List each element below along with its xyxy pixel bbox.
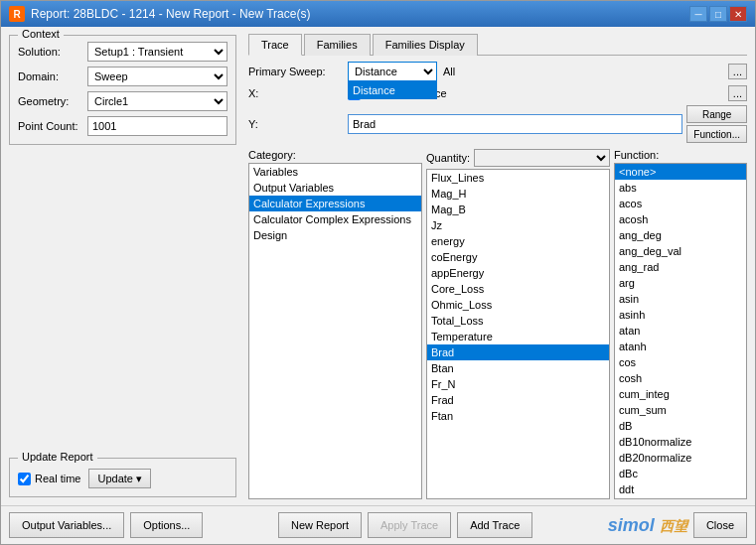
x-dots-button[interactable]: ... bbox=[728, 85, 747, 101]
close-window-button[interactable]: ✕ bbox=[729, 6, 747, 22]
list-item[interactable]: dB10normalize bbox=[615, 434, 746, 450]
dropdown-item-distance[interactable]: Distance bbox=[349, 82, 436, 98]
list-item[interactable]: asin bbox=[615, 291, 746, 307]
function-button[interactable]: Function... bbox=[686, 125, 747, 143]
update-button[interactable]: Update ▾ bbox=[88, 469, 150, 488]
list-item[interactable]: ang_deg bbox=[615, 227, 746, 243]
new-report-button[interactable]: New Report bbox=[278, 512, 362, 538]
list-item[interactable]: ang_deg_val bbox=[615, 243, 746, 259]
domain-select[interactable]: Sweep bbox=[87, 67, 227, 86]
category-list[interactable]: Variables Output Variables Calculator Ex… bbox=[248, 163, 422, 499]
real-time-label[interactable]: Real time bbox=[18, 473, 80, 485]
list-item[interactable]: Ftan bbox=[427, 408, 609, 424]
list-item[interactable]: atan bbox=[615, 323, 746, 339]
list-item[interactable]: arg bbox=[615, 275, 746, 291]
primary-sweep-all-value: All bbox=[443, 66, 724, 77]
quantity-list[interactable]: Flux_Lines Mag_H Mag_B Jz energy coEnerg… bbox=[426, 169, 610, 499]
list-item[interactable]: Ohmic_Loss bbox=[427, 297, 609, 313]
list-item[interactable]: coEnergy bbox=[427, 249, 609, 265]
lists-row: Category: Variables Output Variables Cal… bbox=[248, 149, 747, 499]
category-column: Category: Variables Output Variables Cal… bbox=[248, 149, 422, 499]
list-item[interactable]: Jz bbox=[427, 217, 609, 233]
title-bar: R Report: 28BLDC - 1214 - New Report - N… bbox=[1, 1, 755, 27]
primary-sweep-dots-button[interactable]: ... bbox=[728, 64, 747, 79]
solution-label: Solution: bbox=[18, 46, 87, 58]
list-item[interactable]: Mag_B bbox=[427, 202, 609, 217]
function-column: Function: <none> abs acos acosh ang_deg … bbox=[614, 149, 747, 499]
left-panel: Context Solution: Setup1 : Transient Dom… bbox=[1, 27, 244, 505]
point-count-row: Point Count: bbox=[18, 116, 227, 136]
primary-sweep-label: Primary Sweep: bbox=[248, 66, 348, 77]
list-item[interactable]: Calculator Complex Expressions bbox=[249, 211, 421, 227]
list-item[interactable]: cosh bbox=[615, 370, 746, 386]
range-function-buttons: Range Function... bbox=[686, 105, 747, 143]
maximize-button[interactable]: □ bbox=[709, 6, 727, 22]
list-item-selected[interactable]: Brad bbox=[427, 344, 609, 360]
quantity-filter-select[interactable] bbox=[474, 149, 610, 167]
list-item-selected[interactable]: <none> bbox=[615, 164, 746, 180]
list-item[interactable]: abs bbox=[615, 180, 746, 196]
tab-trace[interactable]: Trace bbox=[248, 34, 302, 56]
function-list[interactable]: <none> abs acos acosh ang_deg ang_deg_va… bbox=[614, 163, 747, 499]
domain-row: Domain: Sweep bbox=[18, 67, 227, 86]
simol-logo: simol 西望 bbox=[608, 515, 687, 536]
geometry-select[interactable]: Circle1 bbox=[87, 91, 227, 111]
list-item[interactable]: Btan bbox=[427, 360, 609, 376]
list-item[interactable]: energy bbox=[427, 233, 609, 249]
dropdown-arrow-icon: ▾ bbox=[136, 473, 142, 485]
list-item[interactable]: dBc bbox=[615, 466, 746, 481]
list-item[interactable]: Variables bbox=[249, 164, 421, 180]
tab-families[interactable]: Families bbox=[304, 34, 371, 56]
tab-families-display[interactable]: Families Display bbox=[373, 34, 478, 56]
list-item[interactable]: cos bbox=[615, 354, 746, 370]
list-item-selected[interactable]: Calculator Expressions bbox=[249, 196, 421, 211]
list-item[interactable]: Fr_N bbox=[427, 376, 609, 392]
list-item[interactable]: dB20normalize bbox=[615, 450, 746, 466]
list-item[interactable]: Output Variables bbox=[249, 180, 421, 196]
list-item[interactable]: acosh bbox=[615, 211, 746, 227]
list-item[interactable]: atanh bbox=[615, 339, 746, 354]
list-item[interactable]: ang_rad bbox=[615, 259, 746, 275]
list-item[interactable]: cum_integ bbox=[615, 386, 746, 402]
point-count-input[interactable] bbox=[87, 116, 227, 136]
quantity-column: Quantity: Flux_Lines Mag_H Mag_B Jz ener… bbox=[426, 149, 610, 499]
list-item[interactable]: Design bbox=[249, 227, 421, 243]
list-item[interactable]: Frad bbox=[427, 392, 609, 408]
primary-sweep-select[interactable]: Distance bbox=[348, 62, 437, 81]
geometry-label: Geometry: bbox=[18, 95, 87, 107]
app-icon: R bbox=[9, 6, 25, 22]
list-item[interactable]: Mag_H bbox=[427, 186, 609, 202]
minimize-button[interactable]: ─ bbox=[689, 6, 707, 22]
context-title: Context bbox=[18, 28, 64, 40]
list-item[interactable]: Temperature bbox=[427, 329, 609, 344]
list-item[interactable]: Flux_Lines bbox=[427, 170, 609, 186]
real-time-checkbox[interactable] bbox=[18, 473, 31, 485]
apply-trace-button[interactable]: Apply Trace bbox=[368, 512, 451, 538]
options-button[interactable]: Options... bbox=[130, 512, 203, 538]
quantity-header: Quantity: bbox=[426, 149, 610, 167]
update-report-title: Update Report bbox=[18, 451, 97, 463]
close-button[interactable]: Close bbox=[693, 512, 747, 538]
list-item[interactable]: Total_Loss bbox=[427, 313, 609, 329]
add-trace-button[interactable]: Add Trace bbox=[457, 512, 532, 538]
range-button[interactable]: Range bbox=[686, 105, 747, 123]
list-item[interactable]: ddt bbox=[615, 481, 746, 497]
list-item[interactable]: dB bbox=[615, 418, 746, 434]
list-item[interactable]: asinh bbox=[615, 307, 746, 323]
primary-sweep-row: Primary Sweep: Distance Distance All ... bbox=[248, 62, 747, 81]
x-row: X: Default Distance ... bbox=[248, 85, 747, 101]
output-variables-button[interactable]: Output Variables... bbox=[9, 512, 124, 538]
list-item[interactable]: acos bbox=[615, 196, 746, 211]
y-row: Y: Range Function... bbox=[248, 105, 747, 143]
category-header: Category: bbox=[248, 149, 422, 161]
list-item[interactable]: cum_sum bbox=[615, 402, 746, 418]
content-area: Context Solution: Setup1 : Transient Dom… bbox=[1, 27, 755, 505]
solution-select[interactable]: Setup1 : Transient bbox=[87, 42, 227, 62]
trace-tab-content: Primary Sweep: Distance Distance All ... bbox=[248, 62, 747, 499]
update-report-group: Update Report Real time Update ▾ bbox=[9, 458, 236, 497]
list-item[interactable]: appEnergy bbox=[427, 265, 609, 281]
simol-cn-text: 西望 bbox=[660, 518, 687, 534]
list-item[interactable]: Core_Loss bbox=[427, 281, 609, 297]
context-group: Context Solution: Setup1 : Transient Dom… bbox=[9, 35, 236, 145]
y-input[interactable] bbox=[348, 114, 682, 134]
